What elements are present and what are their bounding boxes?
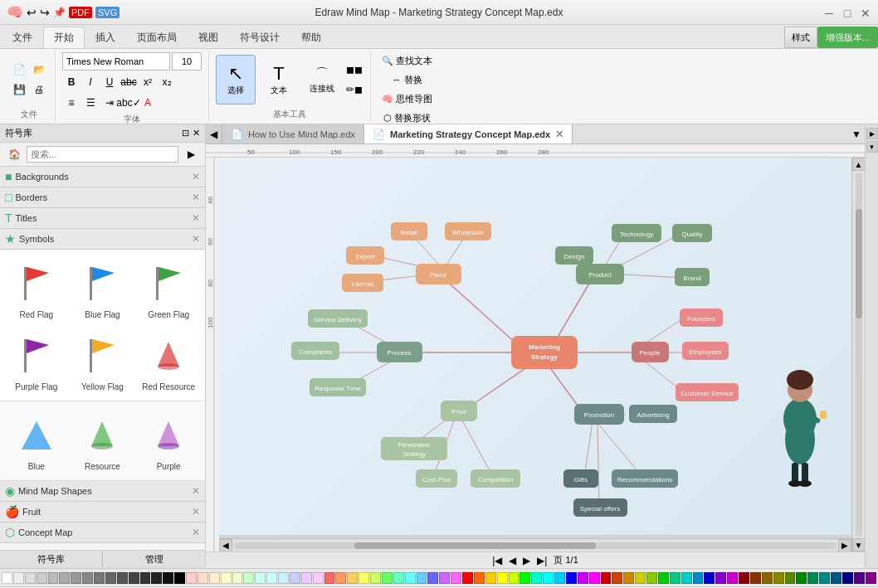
color-swatch[interactable] <box>335 572 346 584</box>
color-swatch[interactable] <box>831 572 841 584</box>
color-swatch[interactable] <box>785 572 796 584</box>
color-swatch[interactable] <box>198 572 208 584</box>
tab-2-close[interactable]: ✕ <box>555 129 563 140</box>
color-swatch[interactable] <box>543 572 554 584</box>
color-swatch[interactable] <box>762 572 773 584</box>
font-name-input[interactable] <box>62 52 170 70</box>
canvas-scroll[interactable]: 40 60 80 100 <box>206 158 865 552</box>
color-swatch[interactable] <box>382 572 393 584</box>
color-swatch[interactable] <box>727 572 738 584</box>
color-swatch[interactable] <box>266 572 277 584</box>
color-swatch[interactable] <box>209 572 220 584</box>
right-panel-btn-1[interactable]: ▶ <box>866 128 878 139</box>
color-swatch[interactable] <box>151 572 162 584</box>
color-swatch[interactable] <box>405 572 416 584</box>
maximize-button[interactable]: □ <box>841 7 853 18</box>
tab-home[interactable]: 开始 <box>43 27 85 48</box>
borders-close[interactable]: ✕ <box>192 192 200 203</box>
prev-page-btn[interactable]: ◀ <box>509 555 516 566</box>
color-swatch[interactable] <box>635 572 646 584</box>
color-swatch[interactable] <box>359 572 369 584</box>
minimize-button[interactable]: ─ <box>823 7 835 18</box>
shape-purple-cone[interactable]: Purple <box>137 406 200 475</box>
shape-blue-flag[interactable]: Blue Flag <box>71 255 134 323</box>
color-swatch[interactable] <box>485 572 496 584</box>
mindmap-close[interactable]: ✕ <box>192 485 200 497</box>
color-swatch[interactable] <box>140 572 151 584</box>
shape-red-flag[interactable]: Red Flag <box>5 255 68 323</box>
quick-redo[interactable]: ↪ <box>40 6 50 19</box>
color-swatch[interactable] <box>439 572 450 584</box>
color-swatch[interactable] <box>290 572 300 584</box>
panel-expand-btn[interactable]: ▶ <box>182 145 200 163</box>
color-swatch[interactable] <box>243 572 254 584</box>
symbols-close[interactable]: ✕ <box>192 233 200 245</box>
fruit-close[interactable]: ✕ <box>192 506 200 518</box>
color-swatch[interactable] <box>105 572 116 584</box>
color-swatch[interactable] <box>25 572 36 584</box>
shape-blue-tri[interactable]: Blue <box>5 406 68 475</box>
color-swatch[interactable] <box>681 572 692 584</box>
bold-btn[interactable]: B <box>62 73 80 91</box>
color-swatch[interactable] <box>451 572 461 584</box>
scroll-right-btn[interactable]: ▶ <box>838 539 851 552</box>
shape-btn-1[interactable]: ◼◼ <box>345 61 363 79</box>
panel-search-input[interactable] <box>27 146 178 163</box>
tab-scroll-left[interactable]: ◀ <box>206 124 222 143</box>
color-swatch[interactable] <box>601 572 612 584</box>
save-btn[interactable]: 💾 <box>10 80 28 99</box>
color-swatch[interactable] <box>578 572 588 584</box>
quick-pdf[interactable]: PDF <box>69 7 92 18</box>
tab-layout[interactable]: 页面布局 <box>126 27 188 48</box>
v-scrollbar-thumb[interactable] <box>856 209 862 318</box>
concept-close[interactable]: ✕ <box>192 527 200 538</box>
section-titles-header[interactable]: T Titles ✕ <box>0 208 205 229</box>
section-symbols-header[interactable]: ★ Symbols ✕ <box>0 229 205 250</box>
v-scrollbar-track[interactable] <box>856 173 862 537</box>
mindmap-canvas[interactable]: Marketing Strategy Place Product Process… <box>219 158 851 535</box>
shape-red-resource[interactable]: Red Resource <box>137 327 200 396</box>
color-swatch[interactable] <box>37 572 47 584</box>
font-size-input[interactable] <box>172 52 202 70</box>
section-mindmap-header[interactable]: ◉ Mind Map Shapes ✕ <box>0 481 205 502</box>
symbol-library-tab[interactable]: 符号库 <box>0 551 103 568</box>
print-btn[interactable]: 🖨 <box>30 80 48 99</box>
quick-undo[interactable]: ↩ <box>27 6 37 19</box>
section-concept-header[interactable]: ⬡ Concept Map ✕ <box>0 522 205 543</box>
section-borders-header[interactable]: □ Borders ✕ <box>0 187 205 208</box>
panel-home-btn[interactable]: 🏠 <box>5 145 23 163</box>
color-swatch[interactable] <box>866 572 876 584</box>
connect-tool-btn[interactable]: ⌒ 连接线 <box>302 55 342 104</box>
color-swatch[interactable] <box>807 572 818 584</box>
panel-dock-btn[interactable]: ⊡ <box>182 128 189 138</box>
find-text-btn[interactable]: 🔍 查找文本 <box>378 52 437 70</box>
enhance-button[interactable]: 增强版本... <box>817 27 878 48</box>
document-tab-1[interactable]: 📄 How to Use Mind Map.edx <box>222 124 364 143</box>
color-swatch[interactable] <box>13 572 24 584</box>
last-page-btn[interactable]: ▶| <box>537 555 547 566</box>
close-button[interactable]: ✕ <box>860 7 871 18</box>
color-swatch[interactable] <box>519 572 530 584</box>
superscript-btn[interactable]: x² <box>139 73 157 91</box>
color-swatch[interactable] <box>255 572 266 584</box>
font-color-btn[interactable]: A <box>139 94 157 112</box>
v-scrollbar[interactable]: ▲ ▼ <box>851 158 865 552</box>
color-swatch[interactable] <box>750 572 761 584</box>
backgrounds-close[interactable]: ✕ <box>192 171 200 182</box>
color-swatch[interactable] <box>117 572 128 584</box>
color-swatch[interactable] <box>370 572 381 584</box>
color-swatch[interactable] <box>658 572 669 584</box>
color-swatch[interactable] <box>646 572 657 584</box>
shape-btn-2[interactable]: ✏◼ <box>345 80 363 99</box>
section-fruit-header[interactable]: 🍎 Fruit ✕ <box>0 502 205 522</box>
shape-resource-green[interactable]: Resource <box>71 406 134 475</box>
color-swatch[interactable] <box>693 572 704 584</box>
next-page-btn[interactable]: ▶ <box>523 555 530 566</box>
color-swatch[interactable] <box>566 572 577 584</box>
color-swatch[interactable] <box>174 572 185 584</box>
titles-close[interactable]: ✕ <box>192 212 200 224</box>
h-scrollbar[interactable]: ◀ ▶ <box>219 538 851 552</box>
color-swatch[interactable] <box>796 572 807 584</box>
shape-yellow-flag[interactable]: Yellow Flag <box>71 327 134 396</box>
open-btn[interactable]: 📂 <box>30 61 48 79</box>
